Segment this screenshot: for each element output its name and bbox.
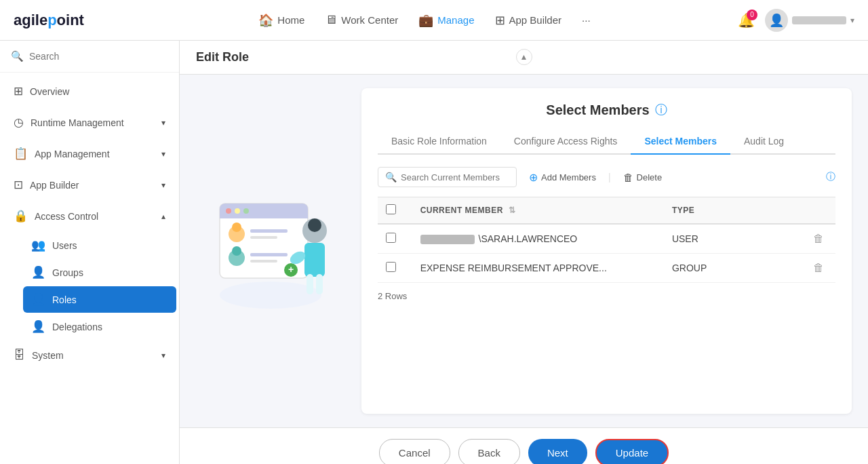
users-icon: 👥 — [31, 238, 45, 252]
groups-icon: 👤 — [31, 265, 45, 279]
roles-icon: 👤 — [31, 292, 45, 307]
tab-audit-log[interactable]: Audit Log — [730, 129, 797, 155]
sidebar-collapse-button[interactable]: ▲ — [516, 49, 532, 65]
select-all-checkbox[interactable] — [386, 204, 396, 214]
sort-icon[interactable]: ⇅ — [509, 206, 516, 215]
tab-select-members[interactable]: Select Members — [631, 129, 730, 155]
sidebar-item-label-roles: Roles — [52, 294, 168, 305]
row2-action[interactable]: 🗑 — [801, 254, 835, 283]
edit-role-body: + Select Members ⓘ — [180, 75, 868, 427]
right-panel: Select Members ⓘ Basic Role Information … — [361, 88, 852, 414]
col-member-label: CURRENT MEMBER — [420, 206, 503, 215]
row2-checkbox-cell[interactable] — [378, 254, 412, 283]
svg-text:+: + — [288, 264, 294, 275]
delete-button[interactable]: 🗑 Delete — [622, 169, 664, 186]
svg-rect-9 — [250, 229, 288, 233]
search-box[interactable]: 🔍 — [0, 41, 179, 73]
manage-icon: 💼 — [418, 13, 433, 28]
row1-checkbox[interactable] — [386, 233, 396, 243]
runtime-icon: ◷ — [14, 115, 24, 130]
row2-member: EXPENSE REIMBURSEMENT APPROVE... — [412, 254, 664, 283]
col-type-header: TYPE — [664, 197, 802, 225]
footer-buttons: Cancel Back Next Update — [180, 427, 868, 464]
appbuilder-icon: ⊞ — [495, 13, 505, 28]
top-navigation: agilepoint 🏠 Home 🖥 Work Center 💼 Manage… — [0, 0, 868, 41]
sidebar-item-label-system: System — [32, 350, 155, 361]
notification-button[interactable]: 🔔 0 — [738, 12, 755, 28]
update-button[interactable]: Update — [595, 439, 669, 464]
cancel-button[interactable]: Cancel — [379, 439, 450, 464]
members-toolbar: 🔍 ⊕ Add Members | 🗑 Delete ⓘ — [378, 167, 835, 187]
svg-point-6 — [243, 208, 249, 214]
separator: | — [608, 172, 611, 182]
logo-text: agilepoint — [14, 12, 84, 29]
sidebar-item-overview[interactable]: ⊞ Overview — [3, 76, 176, 107]
info-icon[interactable]: ⓘ — [655, 102, 667, 118]
nav-manage[interactable]: 💼 Manage — [418, 13, 474, 28]
search-members-icon: 🔍 — [385, 172, 397, 182]
row2-delete-icon[interactable]: 🗑 — [813, 262, 824, 273]
nav-more[interactable]: ··· — [582, 14, 591, 26]
search-members-input[interactable] — [401, 172, 509, 182]
col-select-all[interactable] — [378, 197, 412, 225]
delete-label: Delete — [637, 172, 663, 182]
chevron-right-icon-2: ▾ — [161, 149, 165, 159]
sidebar-item-delegations[interactable]: 👤 Delegations — [23, 313, 176, 340]
toolbar-info-icon[interactable]: ⓘ — [826, 171, 835, 183]
search-input[interactable] — [29, 51, 168, 62]
tab-basic-role[interactable]: Basic Role Information — [378, 129, 500, 155]
sidebar-item-label-overview: Overview — [30, 86, 165, 97]
app-builder-icon: ⊡ — [14, 178, 23, 192]
panel-title: Select Members — [546, 102, 649, 118]
row2-checkbox[interactable] — [386, 262, 396, 272]
tab-configure[interactable]: Configure Access Rights — [500, 129, 631, 155]
row1-member-blurred — [420, 235, 475, 244]
illustration-svg: + — [203, 190, 338, 312]
user-avatar-area[interactable]: 👤 ▾ — [765, 9, 854, 32]
tab-bar: Basic Role Information Configure Access … — [378, 129, 835, 155]
chevron-right-icon: ▾ — [161, 118, 165, 128]
nav-more-label: ··· — [582, 14, 591, 26]
panel-title-row: Select Members ⓘ — [378, 102, 835, 118]
sidebar: 🔍 ⊞ Overview ◷ Runtime Management ▾ 📋 Ap… — [0, 41, 180, 464]
search-members-box[interactable]: 🔍 — [378, 167, 517, 187]
sidebar-item-groups[interactable]: 👤 Groups — [23, 259, 176, 286]
sidebar-sub-items: 👥 Users 👤 Groups 👤 Roles 👤 Delegations — [0, 232, 179, 340]
nav-home[interactable]: 🏠 Home — [258, 13, 304, 28]
col-member-header: CURRENT MEMBER ⇅ — [412, 197, 664, 225]
sidebar-item-users[interactable]: 👥 Users — [23, 232, 176, 258]
svg-rect-20 — [307, 274, 313, 294]
next-button[interactable]: Next — [528, 439, 587, 464]
svg-point-12 — [232, 246, 241, 256]
nav-workcenter[interactable]: 🖥 Work Center — [325, 13, 398, 27]
add-members-button[interactable]: ⊕ Add Members — [528, 168, 597, 187]
sidebar-item-label-app-mgmt: App Management — [35, 149, 155, 159]
row1-action[interactable]: 🗑 — [801, 224, 835, 254]
sidebar-item-roles[interactable]: 👤 Roles — [23, 286, 176, 313]
table-row: \SARAH.LAWRENCEO USER 🗑 — [378, 224, 835, 254]
svg-rect-19 — [304, 243, 325, 277]
page-title: Edit Role — [196, 50, 249, 64]
svg-point-18 — [308, 218, 321, 232]
chevron-right-icon-4: ▾ — [161, 351, 165, 360]
sidebar-item-app-builder[interactable]: ⊡ App Builder ▾ — [3, 170, 176, 200]
nav-manage-label: Manage — [437, 14, 474, 26]
back-button[interactable]: Back — [458, 439, 520, 464]
svg-point-8 — [232, 223, 241, 232]
row1-delete-icon[interactable]: 🗑 — [813, 233, 824, 244]
nav-items: 🏠 Home 🖥 Work Center 💼 Manage ⊞ App Buil… — [111, 13, 738, 28]
add-members-label: Add Members — [541, 172, 596, 182]
nav-appbuilder[interactable]: ⊞ App Builder — [495, 13, 562, 28]
nav-appbuilder-label: App Builder — [509, 14, 562, 26]
delegations-icon: 👤 — [31, 320, 45, 334]
sidebar-item-system[interactable]: 🗄 System ▾ — [3, 341, 176, 370]
sidebar-item-access-control[interactable]: 🔒 Access Control ▴ — [3, 201, 176, 231]
app-mgmt-icon: 📋 — [14, 147, 28, 161]
table-body: \SARAH.LAWRENCEO USER 🗑 EXPENSE REIMB — [378, 224, 835, 283]
svg-point-0 — [220, 282, 321, 309]
sidebar-item-runtime[interactable]: ◷ Runtime Management ▾ — [3, 107, 176, 138]
row1-checkbox-cell[interactable] — [378, 224, 412, 254]
svg-rect-21 — [316, 274, 323, 294]
sidebar-item-app-mgmt[interactable]: 📋 App Management ▾ — [3, 138, 176, 169]
content-area: ▲ Edit Role — [180, 41, 868, 464]
